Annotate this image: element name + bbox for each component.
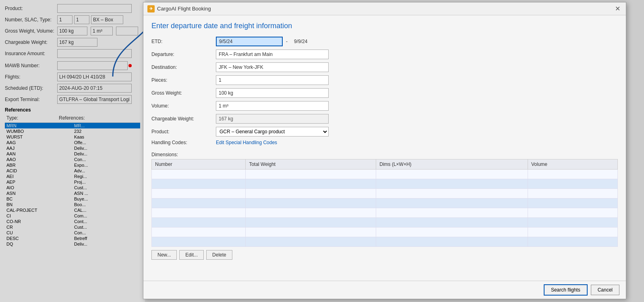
dim-volume [528,199,617,208]
destination-row: Destination: [151,62,618,72]
dim-number [152,189,246,199]
table-row [152,218,618,228]
product-row: Product: GCR – General Cargo product [151,127,618,137]
etd-input[interactable] [216,37,283,46]
dim-dims [376,170,528,179]
dim-total-weight [246,189,376,199]
dimensions-section: Dimensions: Number Total Weight Dims (L×… [151,149,618,260]
volume-modal-label: Volume: [151,103,216,109]
col-number: Number [152,159,246,170]
dim-volume [528,218,617,228]
dim-total-weight [246,179,376,189]
gross-weight-modal-input[interactable] [216,88,329,98]
dim-dims [376,208,528,218]
volume-row: Volume: [151,101,618,111]
dimensions-label: Dimensions: [151,152,618,157]
table-row [152,179,618,189]
pieces-label: Pieces: [151,77,216,83]
product-modal-select[interactable]: GCR – General Cargo product [216,127,329,137]
table-row [152,208,618,218]
new-dimension-button[interactable]: New... [151,250,177,260]
table-row [152,237,618,247]
etd-label: ETD: [151,39,216,44]
dim-total-weight [246,170,376,179]
dim-volume [528,228,617,237]
pieces-input[interactable] [216,75,329,85]
dim-number [152,237,246,247]
dim-volume [528,237,617,247]
dim-dims [376,199,528,208]
col-dims: Dims (L×W×H) [376,159,528,170]
dim-total-weight [246,208,376,218]
dim-dims [376,228,528,237]
dim-volume [528,170,617,179]
modal-footer: Search flights Cancel [143,281,626,299]
modal-title: CargoAI Flight Booking [157,6,211,12]
dim-dims [376,218,528,228]
cancel-button[interactable]: Cancel [591,285,619,295]
destination-label: Destination: [151,64,216,70]
modal-title-left: ✈ CargoAI Flight Booking [147,5,211,12]
dim-number [152,208,246,218]
cargo-ai-icon: ✈ [147,5,155,12]
modal-close-button[interactable]: ✕ [613,6,622,12]
product-modal-label: Product: [151,129,216,134]
modal-titlebar: ✈ CargoAI Flight Booking ✕ [143,2,626,15]
destination-input[interactable] [216,62,329,72]
table-row [152,189,618,199]
chargeable-weight-modal-input[interactable] [216,114,329,124]
departure-label: Departure: [151,52,216,57]
dim-number [152,218,246,228]
edit-dimension-button[interactable]: Edit... [179,250,204,260]
handling-codes-link[interactable]: Edit Special Handling Codes [216,140,277,145]
modal-body: Enter departure date and freight informa… [143,15,626,281]
chargeable-weight-modal-label: Chargeable Weight: [151,116,216,122]
col-volume: Volume [528,159,617,170]
dim-volume [528,189,617,199]
dim-volume [528,179,617,189]
dim-total-weight [246,218,376,228]
etd-end-value: 9/9/24 [294,39,307,44]
departure-input[interactable] [216,50,329,59]
chargeable-weight-row: Chargeable Weight: [151,114,618,124]
dim-total-weight [246,237,376,247]
dim-number [152,199,246,208]
modal-heading: Enter departure date and freight informa… [151,22,618,30]
table-row [152,199,618,208]
etd-separator: - [286,39,288,44]
delete-dimension-button[interactable]: Delete [206,250,232,260]
dim-dims [376,179,528,189]
dimensions-table: Number Total Weight Dims (L×W×H) Volume [151,159,618,247]
modal-form: ETD: - 9/9/24 Departure: Destination: Pi… [151,37,618,260]
search-flights-button[interactable]: Search flights [544,284,588,296]
table-row [152,170,618,179]
dim-number [152,179,246,189]
dim-volume [528,208,617,218]
flight-booking-modal: ✈ CargoAI Flight Booking ✕ Enter departu… [143,2,626,299]
dimension-buttons: New... Edit... Delete [151,250,618,260]
dim-total-weight [246,199,376,208]
volume-modal-input[interactable] [216,101,329,111]
dim-dims [376,237,528,247]
handling-codes-row: Handling Codes: Edit Special Handling Co… [151,140,618,145]
departure-row: Departure: [151,50,618,59]
dim-total-weight [246,228,376,237]
col-total-weight: Total Weight [246,159,376,170]
gross-weight-modal-label: Gross Weight: [151,90,216,96]
dim-number [152,228,246,237]
handling-codes-label: Handling Codes: [151,140,216,145]
dim-number [152,170,246,179]
gross-weight-row: Gross Weight: [151,88,618,98]
dim-dims [376,189,528,199]
table-row [152,228,618,237]
pieces-row: Pieces: [151,75,618,85]
etd-row: ETD: - 9/9/24 [151,37,618,46]
